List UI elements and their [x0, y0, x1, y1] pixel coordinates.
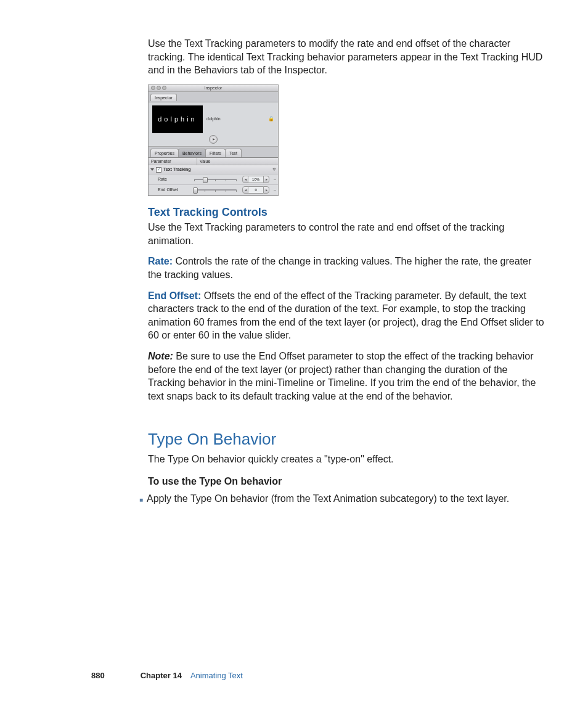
note-term: Note:: [148, 351, 173, 361]
end-offset-slider[interactable]: [193, 187, 238, 192]
group-text-tracking[interactable]: ✓ Text Tracking ✲: [149, 165, 278, 174]
rate-value-stepper[interactable]: ◂ 10% ▸: [242, 176, 269, 183]
tab-behaviors[interactable]: Behaviors: [178, 149, 206, 157]
heading-type-on-behavior: Type On Behavior: [148, 429, 545, 450]
section2-subhead: To use the Type On behavior: [148, 475, 545, 488]
disclosure-triangle-icon[interactable]: [150, 168, 154, 171]
note-paragraph: Note: Be sure to use the End Offset para…: [148, 350, 545, 403]
chapter-title: Animating Text: [190, 670, 243, 681]
tab-properties[interactable]: Properties: [150, 149, 179, 157]
play-icon: [213, 138, 215, 141]
bullet-text: Apply the Type On behavior (from the Tex…: [147, 492, 509, 506]
end-offset-paragraph: End Offset: Offsets the end of the effec…: [148, 289, 545, 342]
tab-text[interactable]: Text: [225, 149, 242, 157]
end-offset-value[interactable]: 0: [248, 186, 263, 194]
preview-label: dolphin: [206, 116, 221, 121]
play-button[interactable]: [209, 135, 218, 144]
inspector-panel: Inspector Inspector dolphin dolphin 🔒 Pr…: [148, 84, 279, 196]
rate-slider[interactable]: [193, 177, 238, 182]
param-menu-icon[interactable]: –: [274, 176, 276, 182]
window-title: Inspector: [205, 85, 223, 91]
chevron-right-icon[interactable]: ▸: [263, 176, 269, 183]
bullet-icon: ■: [139, 496, 143, 504]
lock-icon[interactable]: 🔒: [268, 116, 274, 123]
end-offset-term: End Offset:: [148, 290, 201, 301]
chapter-label: Chapter 14: [141, 670, 182, 681]
heading-text-tracking-controls: Text Tracking Controls: [148, 205, 545, 220]
column-header: Parameter Value: [149, 158, 278, 165]
section1-intro: Use the Text Tracking parameters to cont…: [148, 221, 545, 247]
preview-thumbnail: dolphin: [152, 105, 203, 133]
enable-checkbox[interactable]: ✓: [156, 167, 161, 173]
chevron-left-icon[interactable]: ◂: [242, 186, 248, 194]
gear-icon[interactable]: ✲: [272, 166, 276, 172]
tab-filters[interactable]: Filters: [205, 149, 226, 157]
rate-paragraph: Rate: Controls the rate of the change in…: [148, 255, 545, 281]
chevron-left-icon[interactable]: ◂: [242, 176, 248, 183]
rate-term: Rate:: [148, 256, 173, 266]
outer-tab-inspector[interactable]: Inspector: [150, 94, 177, 101]
param-end-offset-label: End Offset: [150, 187, 191, 192]
param-menu-icon[interactable]: –: [274, 187, 276, 192]
close-icon[interactable]: [151, 86, 155, 90]
minimize-icon[interactable]: [157, 86, 161, 90]
page-number: 880: [91, 670, 105, 681]
rate-value[interactable]: 10%: [248, 176, 263, 183]
section2-intro: The Type On behavior quickly creates a "…: [148, 453, 545, 466]
param-rate: Rate ◂ 10% ▸ –: [149, 174, 278, 185]
bullet-item: ■ Apply the Type On behavior (from the T…: [139, 492, 545, 506]
window-titlebar[interactable]: Inspector: [149, 85, 278, 92]
intro-paragraph: Use the Text Tracking parameters to modi…: [148, 37, 545, 77]
zoom-icon[interactable]: [162, 86, 166, 90]
end-offset-value-stepper[interactable]: ◂ 0 ▸: [242, 186, 269, 194]
page-footer: 880 Chapter 14 Animating Text: [0, 670, 588, 681]
param-rate-label: Rate: [150, 176, 191, 182]
chevron-right-icon[interactable]: ▸: [263, 186, 269, 194]
param-end-offset: End Offset ◂ 0 ▸ –: [149, 185, 278, 195]
